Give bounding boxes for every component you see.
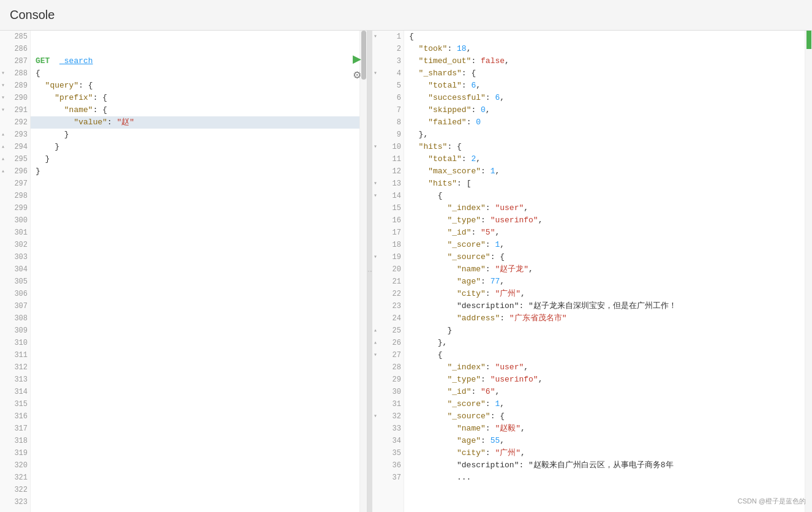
editor-line-num: 319	[0, 447, 30, 459]
fold-arrow-icon[interactable]: ▾	[374, 190, 377, 202]
editor-line-num: 307	[0, 300, 30, 312]
editor-line-num: 298	[0, 190, 30, 202]
response-line-num: 34	[372, 435, 404, 447]
editor-code-line	[31, 263, 359, 276]
fold-arrow-icon[interactable]: ▴	[1, 129, 5, 141]
editor-scrollbar[interactable]	[359, 31, 367, 512]
editor-line-num: 321	[0, 472, 30, 484]
editor-line-num: 302	[0, 239, 30, 251]
editor-line-num: 305	[0, 276, 30, 288]
editor-content: 285286287▾288▾289▾290▾291292▴293▴294▴295…	[0, 31, 367, 512]
watermark: CSDN @橙子是蓝色的	[738, 497, 806, 506]
run-button[interactable]: ▶	[350, 51, 364, 66]
editor-line-num: 303	[0, 251, 30, 263]
response-code-line: "successful": 6,	[409, 92, 805, 104]
editor-code-line	[31, 410, 359, 423]
response-line-num: 12	[372, 165, 404, 178]
editor-line-num: ▾290	[0, 92, 30, 104]
response-line-num: ▴25	[372, 325, 404, 337]
response-line-num: 3	[372, 55, 404, 67]
response-code-line: {	[409, 31, 805, 43]
response-line-num: 8	[372, 116, 404, 129]
fold-arrow-icon[interactable]: ▴	[374, 325, 377, 337]
fold-arrow-icon[interactable]: ▾	[374, 251, 377, 263]
fold-arrow-icon[interactable]: ▴	[1, 141, 5, 153]
editor-code-line	[31, 423, 359, 435]
editor-line-num: ▾289	[0, 80, 30, 92]
response-code-line: },	[409, 129, 805, 141]
editor-code-line	[31, 459, 359, 472]
response-code-line: "name": "赵子龙",	[409, 263, 805, 276]
fold-arrow-icon[interactable]: ▾	[1, 80, 5, 92]
editor-code-line	[31, 31, 359, 43]
editor-line-num: 304	[0, 263, 30, 276]
main-container: 285286287▾288▾289▾290▾291292▴293▴294▴295…	[0, 31, 812, 512]
response-code-line: "_id": "5",	[409, 227, 805, 239]
response-scrollbar[interactable]	[805, 31, 812, 512]
editor-code-line: }	[31, 141, 359, 153]
editor-line-num: ▴295	[0, 153, 30, 165]
editor-code-line	[31, 227, 359, 239]
editor-code-line	[31, 361, 359, 374]
editor-line-num: 322	[0, 484, 30, 496]
editor-line-num: 316	[0, 410, 30, 423]
editor-code-line	[31, 435, 359, 447]
fold-arrow-icon[interactable]: ▾	[374, 31, 377, 43]
response-code-line: "_type": "userinfo",	[409, 374, 805, 386]
panel-divider[interactable]: ⋮	[367, 31, 372, 512]
response-scroll-thumb[interactable]	[806, 31, 811, 49]
fold-arrow-icon[interactable]: ▾	[374, 349, 377, 361]
editor-code-line	[31, 447, 359, 459]
response-line-num: 18	[372, 239, 404, 251]
fold-arrow-icon[interactable]: ▾	[1, 92, 5, 104]
editor-code-area[interactable]: GET _search{ "query": { "prefix": { "nam…	[31, 31, 359, 512]
response-code-line: "name": "赵毅",	[409, 423, 805, 435]
response-line-num: 15	[372, 202, 404, 214]
response-code-line: "failed": 0	[409, 116, 805, 129]
editor-code-line: "query": {	[31, 80, 359, 92]
editor-line-num: 297	[0, 178, 30, 190]
response-code-line: "description": "赵毅来自广州白云区，从事电子商务8年	[409, 459, 805, 472]
fold-arrow-icon[interactable]: ▴	[374, 337, 377, 349]
response-code-line: "total": 6,	[409, 80, 805, 92]
response-code-line: "city": "广州",	[409, 447, 805, 459]
settings-button[interactable]: ⚙	[350, 67, 364, 82]
response-line-num: ▾10	[372, 141, 404, 153]
response-code-line: "address": "广东省茂名市"	[409, 312, 805, 325]
response-line-num: ▾19	[372, 251, 404, 263]
response-line-num: 29	[372, 374, 404, 386]
editor-code-line	[31, 288, 359, 300]
fold-arrow-icon[interactable]: ▴	[1, 165, 5, 178]
fold-arrow-icon[interactable]: ▾	[1, 104, 5, 116]
editor-code-line	[31, 472, 359, 484]
response-line-num: 17	[372, 227, 404, 239]
response-code-area[interactable]: { "took": 18, "timed_out": false, "_shar…	[404, 31, 805, 512]
fold-arrow-icon[interactable]: ▴	[1, 153, 5, 165]
editor-code-line	[31, 398, 359, 410]
editor-line-num: 300	[0, 214, 30, 227]
response-line-num: 28	[372, 361, 404, 374]
editor-code-line: {	[31, 67, 359, 80]
editor-line-num: 299	[0, 202, 30, 214]
response-line-num: 30	[372, 386, 404, 398]
fold-arrow-icon[interactable]: ▾	[374, 410, 377, 423]
fold-arrow-icon[interactable]: ▾	[374, 178, 377, 190]
editor-line-num: ▾291	[0, 104, 30, 116]
editor-code-line	[31, 325, 359, 337]
response-line-num: ▾32	[372, 410, 404, 423]
response-line-num: 6	[372, 92, 404, 104]
editor-code-line	[31, 276, 359, 288]
editor-line-numbers: 285286287▾288▾289▾290▾291292▴293▴294▴295…	[0, 31, 31, 512]
response-code-line: {	[409, 349, 805, 361]
response-code-line: "hits": [	[409, 178, 805, 190]
response-line-num: 37	[372, 472, 404, 484]
fold-arrow-icon[interactable]: ▾	[374, 67, 377, 80]
fold-arrow-icon[interactable]: ▾	[374, 141, 377, 153]
editor-line-num: 318	[0, 435, 30, 447]
editor-code-line: "name": {	[31, 104, 359, 116]
fold-arrow-icon[interactable]: ▾	[1, 67, 5, 80]
response-line-num: ▾4	[372, 67, 404, 80]
response-line-num: 7	[372, 104, 404, 116]
response-code-line: },	[409, 337, 805, 349]
editor-code-line	[31, 178, 359, 190]
